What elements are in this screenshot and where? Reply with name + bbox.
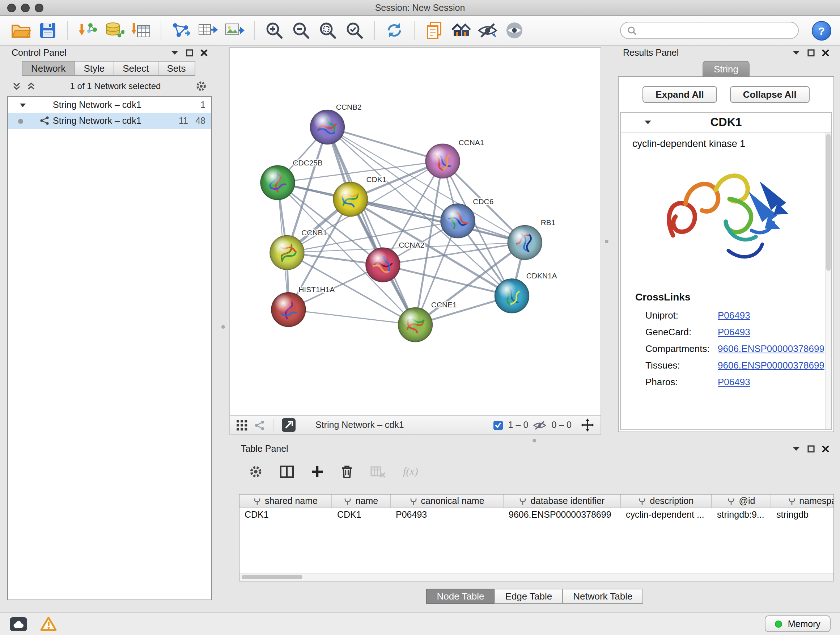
- panel-float-icon[interactable]: [807, 445, 815, 452]
- column-header-shared-name[interactable]: shared name: [240, 494, 332, 508]
- node-ccnb1[interactable]: CCNB1: [270, 228, 327, 270]
- scrollbar-thumb[interactable]: [826, 134, 831, 271]
- selected-checkbox-icon[interactable]: [494, 420, 503, 430]
- memory-button[interactable]: Memory: [765, 616, 831, 632]
- documents-button[interactable]: [422, 18, 447, 43]
- expand-all-icon[interactable]: [27, 81, 35, 90]
- node-cdk1[interactable]: CDK1: [333, 175, 386, 217]
- import-table-button[interactable]: [129, 18, 153, 43]
- help-button[interactable]: ?: [812, 21, 831, 40]
- move-crosshair-icon[interactable]: [581, 418, 594, 432]
- zoom-fit-button[interactable]: [316, 18, 340, 43]
- network-share-icon[interactable]: [254, 420, 265, 431]
- tab-node-table[interactable]: Node Table: [426, 589, 495, 604]
- window-close-button[interactable]: [7, 4, 16, 12]
- node-ccna1[interactable]: CCNA1: [425, 138, 485, 179]
- panel-float-icon[interactable]: [807, 49, 815, 56]
- table-cell[interactable]: stringdb:9...: [712, 508, 771, 522]
- tree-expand-arrow-icon[interactable]: [19, 103, 26, 108]
- zoom-selected-button[interactable]: [342, 18, 367, 43]
- tab-select[interactable]: Select: [113, 61, 158, 76]
- search-input[interactable]: [641, 25, 791, 35]
- crosslink-value-link[interactable]: P06493: [718, 377, 750, 387]
- network-collection-row[interactable]: String Network – cdk1 1: [8, 97, 211, 113]
- scrollbar-thumb[interactable]: [242, 575, 302, 579]
- column-header-database-identifier[interactable]: database identifier: [504, 494, 621, 508]
- crosslink-value-link[interactable]: 9606.ENSP00000378699: [718, 343, 824, 354]
- tab-network[interactable]: Network: [22, 61, 75, 76]
- crosslink-value-link[interactable]: P06493: [718, 326, 750, 337]
- cloud-status-icon[interactable]: [9, 616, 27, 631]
- table-cell[interactable]: CDK1: [332, 508, 391, 522]
- network-canvas[interactable]: CCNB2CCNA1CDC25BCDK1CDC6RB1CCNB1CCNA2CDK…: [230, 48, 600, 415]
- import-network-database-button[interactable]: [102, 18, 126, 43]
- node-cdkn1a[interactable]: CDKN1A: [494, 272, 557, 313]
- edge-ccnb2-ccna1[interactable]: [327, 127, 443, 161]
- network-row[interactable]: String Network – cdk1 11 48: [8, 113, 211, 129]
- tab-style[interactable]: Style: [74, 61, 114, 76]
- eye-button[interactable]: [502, 18, 527, 43]
- column-label: database identifier: [531, 496, 605, 506]
- crosslink-value-link[interactable]: P06493: [718, 310, 750, 321]
- column-header--id[interactable]: @id: [712, 494, 771, 508]
- gene-section-header[interactable]: CDK1: [621, 113, 831, 133]
- panel-close-icon[interactable]: [822, 49, 829, 56]
- tab-network-table[interactable]: Network Table: [562, 589, 643, 604]
- tab-edge-table[interactable]: Edge Table: [494, 589, 563, 604]
- crosslink-value-link[interactable]: 9606.ENSP00000378699: [718, 360, 824, 371]
- panel-menu-chevron-icon[interactable]: [792, 446, 800, 451]
- table-cell[interactable]: cyclin-dependent ...: [621, 508, 712, 522]
- eye-slash-button[interactable]: [475, 18, 500, 43]
- expand-all-button[interactable]: Expand All: [643, 86, 717, 103]
- zoom-in-button[interactable]: [262, 18, 286, 43]
- detach-view-icon[interactable]: [281, 418, 296, 432]
- column-header-namespac[interactable]: namespac: [771, 494, 834, 508]
- panel-close-icon[interactable]: [201, 49, 208, 56]
- panel-float-icon[interactable]: [186, 49, 193, 56]
- export-table-button[interactable]: [195, 18, 220, 43]
- splitter-handle[interactable]: [221, 325, 225, 329]
- save-session-button[interactable]: [35, 18, 60, 43]
- apply-layout-button[interactable]: [382, 18, 407, 43]
- export-network-button[interactable]: [169, 18, 193, 43]
- tab-sets[interactable]: Sets: [157, 61, 195, 76]
- zoom-out-button[interactable]: [289, 18, 313, 43]
- table-row[interactable]: CDK1CDK1P064939606.ENSP00000378699cyclin…: [240, 508, 834, 522]
- warning-icon[interactable]: [40, 616, 57, 631]
- edge-ccnb2-ccne1[interactable]: [327, 127, 415, 325]
- table-cell[interactable]: P06493: [391, 508, 504, 522]
- open-session-button[interactable]: [9, 18, 33, 43]
- node-ccnb2[interactable]: CCNB2: [310, 103, 362, 144]
- import-network-file-button[interactable]: [75, 18, 100, 43]
- column-header-description[interactable]: description: [621, 494, 712, 508]
- protein-structure-image: [654, 155, 798, 284]
- collapse-all-icon[interactable]: [12, 81, 21, 90]
- export-image-button[interactable]: [222, 18, 247, 43]
- table-cell[interactable]: stringdb: [771, 508, 834, 522]
- add-column-plus-icon[interactable]: [311, 465, 324, 478]
- section-collapse-arrow-icon[interactable]: [644, 119, 652, 125]
- splitter-handle[interactable]: [605, 240, 608, 243]
- window-minimize-button[interactable]: [21, 4, 30, 12]
- table-settings-gear-icon[interactable]: [249, 464, 263, 478]
- panel-close-icon[interactable]: [822, 445, 829, 452]
- table-horizontal-scrollbar[interactable]: [240, 573, 834, 581]
- table-cell[interactable]: 9606.ENSP00000378699: [504, 508, 621, 522]
- tab-string[interactable]: String: [702, 61, 750, 77]
- delete-column-trash-icon[interactable]: [341, 464, 353, 478]
- home-button[interactable]: [448, 18, 473, 43]
- table-cell[interactable]: CDK1: [240, 508, 332, 522]
- column-header-canonical-name[interactable]: canonical name: [391, 494, 504, 508]
- column-header-name[interactable]: name: [332, 494, 391, 508]
- panel-menu-chevron-icon[interactable]: [171, 50, 179, 55]
- window-zoom-button[interactable]: [35, 4, 43, 12]
- edge-hist1h1a-ccne1[interactable]: [288, 310, 415, 325]
- node-rb1[interactable]: RB1: [508, 218, 555, 260]
- panel-menu-chevron-icon[interactable]: [792, 50, 800, 55]
- gear-icon[interactable]: [195, 80, 207, 92]
- results-scrollbar[interactable]: [825, 133, 831, 429]
- node-hist1h1a[interactable]: HIST1H1A: [271, 285, 335, 327]
- collapse-all-button[interactable]: Collapse All: [730, 86, 810, 103]
- show-columns-icon[interactable]: [280, 465, 294, 478]
- grid-view-icon[interactable]: [237, 420, 248, 431]
